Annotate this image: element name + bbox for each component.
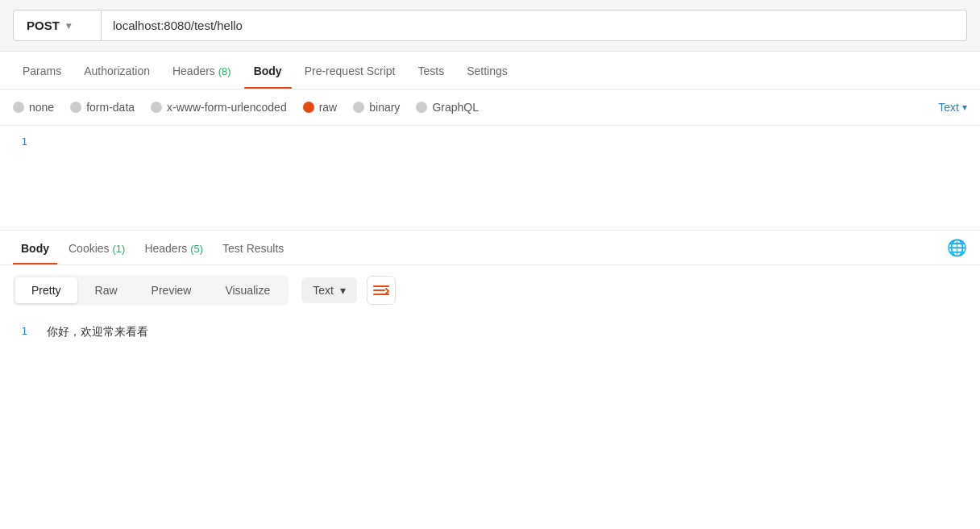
method-chevron: ▾ (66, 20, 71, 31)
tab-headers[interactable]: Headers (8) (163, 52, 241, 89)
response-body: 1 你好，欢迎常来看看 (0, 315, 980, 349)
radio-urlencoded[interactable]: x-www-form-urlencoded (151, 101, 287, 114)
format-tab-raw[interactable]: Raw (79, 277, 134, 303)
radio-raw-circle (303, 102, 314, 113)
radio-binary-label: binary (369, 101, 400, 114)
radio-raw[interactable]: raw (303, 101, 338, 114)
response-tab-bar: Body Cookies (1) Headers (5) Test Result… (0, 231, 980, 265)
radio-graphql-circle (416, 102, 427, 113)
format-tab-pretty[interactable]: Pretty (15, 277, 77, 303)
resp-tab-cookies[interactable]: Cookies (1) (60, 231, 133, 264)
resp-content: 你好，欢迎常来看看 (40, 322, 155, 343)
tab-body[interactable]: Body (244, 52, 292, 89)
wrap-icon[interactable] (367, 276, 396, 305)
radio-none-label: none (29, 101, 54, 114)
raw-type-chevron: ▾ (962, 102, 967, 113)
radio-form-data[interactable]: form-data (70, 101, 135, 114)
radio-form-data-circle (70, 102, 81, 113)
response-format-selector[interactable]: Text ▾ (301, 277, 357, 303)
radio-none-circle (13, 102, 24, 113)
resp-line-numbers: 1 (0, 322, 40, 343)
tab-pre-request[interactable]: Pre-request Script (295, 52, 405, 89)
radio-binary[interactable]: binary (353, 101, 400, 114)
headers-badge: (8) (218, 65, 231, 77)
cookies-badge: (1) (112, 243, 125, 255)
resp-headers-badge: (5) (190, 243, 203, 255)
request-tab-bar: Params Authorization Headers (8) Body Pr… (0, 52, 980, 90)
radio-binary-circle (353, 102, 364, 113)
method-selector[interactable]: POST ▾ (13, 10, 102, 41)
radio-none[interactable]: none (13, 101, 54, 114)
tab-authorization[interactable]: Authorization (74, 52, 160, 89)
body-type-bar: none form-data x-www-form-urlencoded raw… (0, 90, 980, 126)
tab-tests[interactable]: Tests (408, 52, 454, 89)
resp-tab-headers[interactable]: Headers (5) (136, 231, 211, 264)
format-tab-visualize[interactable]: Visualize (209, 277, 286, 303)
format-tabs: Pretty Raw Preview Visualize (13, 275, 289, 306)
url-bar: POST ▾ (0, 0, 980, 52)
radio-urlencoded-label: x-www-form-urlencoded (167, 101, 287, 114)
radio-urlencoded-circle (151, 102, 162, 113)
radio-form-data-label: form-data (86, 101, 135, 114)
globe-icon[interactable]: 🌐 (947, 238, 967, 257)
resp-tab-body[interactable]: Body (13, 231, 57, 264)
code-editor: 1 (0, 126, 980, 231)
tab-params[interactable]: Params (13, 52, 71, 89)
method-label: POST (27, 19, 60, 32)
editor-line-numbers: 1 (0, 126, 40, 230)
url-input[interactable] (102, 10, 967, 41)
response-format-label: Text (313, 284, 334, 297)
format-tab-preview[interactable]: Preview (135, 277, 208, 303)
resp-line-number-1: 1 (13, 325, 27, 337)
line-number-1: 1 (13, 135, 27, 148)
response-section: Body Cookies (1) Headers (5) Test Result… (0, 231, 980, 349)
format-bar: Pretty Raw Preview Visualize Text ▾ (0, 265, 980, 315)
raw-type-label: Text (938, 101, 959, 114)
editor-textarea[interactable] (40, 126, 980, 230)
radio-graphql[interactable]: GraphQL (416, 101, 479, 114)
resp-tab-test-results[interactable]: Test Results (214, 231, 292, 264)
raw-type-selector[interactable]: Text ▾ (938, 101, 967, 114)
radio-raw-label: raw (319, 101, 338, 114)
tab-settings[interactable]: Settings (457, 52, 517, 89)
response-format-chevron: ▾ (340, 284, 346, 297)
radio-graphql-label: GraphQL (432, 101, 479, 114)
